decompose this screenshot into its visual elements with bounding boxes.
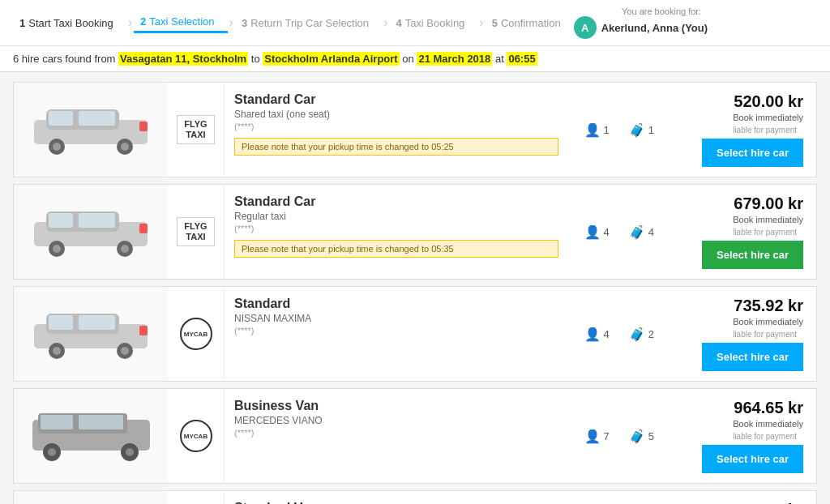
car-stars-2: (****)	[234, 224, 558, 233]
route-to: Stockholm Arlanda Airport	[263, 52, 399, 66]
user-row: A Akerlund, Anna (You)	[574, 16, 708, 39]
person-icon-4: 👤	[584, 429, 601, 444]
user-block: You are booking for: A Akerlund, Anna (Y…	[574, 6, 708, 39]
persons-count-3: 4	[604, 328, 610, 340]
step-2-label: Taxi Selection	[149, 15, 214, 28]
book-actions-4: Book immediately liable for payment Sele…	[702, 417, 803, 473]
you-booking-label: You are booking for:	[622, 6, 701, 16]
car-logo-4: MYCAB	[168, 389, 225, 483]
car-card-1: FLYGTAXI Standard Car Shared taxi (one s…	[13, 82, 817, 177]
step-taxi-booking[interactable]: 4 Taxi Booking	[389, 14, 477, 32]
step-arrow-4: ›	[477, 15, 485, 30]
car-name-2: Standard Car	[234, 194, 558, 209]
route-to-text: to	[251, 53, 263, 65]
car-image-2	[14, 185, 168, 279]
car-name-1: Standard Car	[234, 92, 558, 107]
luggage-count-2: 4	[648, 226, 654, 238]
step-5-label: Confirmation	[501, 17, 561, 29]
car-image-1	[14, 83, 168, 177]
route-time: 06:55	[507, 52, 537, 66]
car-capacity-3: 👤 4 🧳 2	[568, 287, 670, 381]
car-card-3: MYCAB Standard NISSAN MAXIMA (****) 👤 4 …	[13, 286, 817, 382]
steps-bar: 1 Start Taxi Booking › 2 Taxi Selection …	[0, 0, 830, 46]
select-hire-car-button-2[interactable]: Select hire car	[702, 241, 803, 269]
car-info-3: Standard NISSAN MAXIMA (****)	[225, 287, 568, 381]
select-hire-car-button-1[interactable]: Select hire car	[702, 139, 803, 167]
route-bar: 6 hire cars found from Vasagatan 11, Sto…	[0, 46, 830, 72]
svg-rect-34	[79, 415, 123, 429]
persons-count-1: 1	[604, 124, 610, 136]
book-label-4: Book immediately liable for payment	[733, 417, 803, 442]
car-capacity-4: 👤 7 🧳 5	[568, 389, 670, 483]
car-capacity-1: 👤 1 🧳 1	[568, 83, 670, 177]
car-stars-3: (****)	[234, 326, 558, 335]
select-hire-car-button-3[interactable]: Select hire car	[702, 343, 803, 371]
car-logo-box: FLYGTAXI	[177, 217, 214, 246]
car-pricing-4: 964.65 kr Book immediately liable for pa…	[670, 389, 816, 483]
svg-rect-25	[79, 315, 115, 330]
svg-point-31	[48, 448, 56, 456]
route-date: 21 March 2018	[417, 52, 492, 66]
step-1-label: Start Taxi Booking	[28, 17, 113, 29]
book-actions-1: Book immediately liable for payment Sele…	[702, 111, 803, 167]
step-3-num: 3	[242, 17, 247, 29]
book-actions-3: Book immediately liable for payment Sele…	[702, 315, 803, 371]
select-hire-car-button-4[interactable]: Select hire car	[702, 445, 803, 473]
car-notice-1: Please note that your pickup time is cha…	[234, 138, 558, 156]
car-name-4: Business Van	[234, 399, 558, 413]
car-type-2: Regular taxi	[234, 211, 558, 222]
svg-point-14	[121, 245, 129, 253]
car-type-1: Shared taxi (one seat)	[234, 109, 558, 120]
car-price-1: 520.00 kr	[734, 92, 803, 111]
car-price-5: 989.00 kr	[734, 501, 803, 504]
car-type-4: MERCEDES VIANO	[234, 415, 558, 426]
route-on-text: on	[402, 53, 417, 65]
car-image-5	[14, 491, 168, 504]
cap-persons-2: 👤 4	[584, 224, 610, 240]
car-name-3: Standard	[234, 297, 558, 311]
cap-persons-1: 👤 1	[584, 122, 610, 138]
svg-rect-7	[79, 111, 115, 126]
svg-point-4	[53, 143, 61, 151]
car-price-3: 735.92 kr	[734, 297, 803, 315]
car-pricing-5: 989.00 kr Book immediately liable for pa…	[670, 491, 816, 504]
step-4-label: Taxi Booking	[405, 17, 465, 29]
svg-point-32	[126, 448, 134, 456]
persons-count-2: 4	[604, 226, 610, 238]
step-arrow-1: ›	[126, 15, 134, 30]
car-image-3	[14, 287, 168, 381]
step-start[interactable]: 1 Start Taxi Booking	[13, 14, 126, 32]
car-notice-2: Please note that your pickup time is cha…	[234, 240, 558, 258]
car-info-5: Standard Van Large taxi (****) Please no…	[225, 491, 568, 504]
book-label-2: Book immediately liable for payment	[733, 213, 803, 237]
svg-rect-26	[139, 326, 148, 335]
svg-point-5	[121, 143, 129, 151]
book-label-3: Book immediately liable for payment	[733, 315, 803, 340]
car-pricing-2: 679.00 kr Book immediately liable for pa…	[670, 185, 816, 279]
luggage-count-3: 2	[648, 328, 654, 340]
svg-rect-6	[49, 111, 73, 126]
person-icon-1: 👤	[584, 122, 601, 138]
car-card-4: MYCAB Business Van MERCEDES VIANO (****)…	[13, 388, 817, 484]
svg-rect-8	[139, 122, 148, 131]
step-4-num: 4	[396, 17, 401, 29]
car-logo-circle: MYCAB	[180, 420, 212, 452]
step-taxi-selection[interactable]: 2 Taxi Selection	[134, 12, 227, 33]
car-logo-2: FLYGTAXI	[168, 185, 225, 279]
user-name: Akerlund, Anna (You)	[601, 22, 708, 34]
car-logo-3: MYCAB	[168, 287, 225, 381]
svg-point-13	[53, 245, 61, 253]
car-capacity-2: 👤 4 🧳 4	[568, 185, 670, 279]
luggage-icon-2: 🧳	[629, 224, 645, 240]
car-price-4: 964.65 kr	[734, 399, 803, 417]
step-return-trip[interactable]: 3 Return Trip Car Selection	[235, 14, 382, 32]
luggage-icon-3: 🧳	[629, 327, 645, 342]
car-stars-4: (****)	[234, 428, 558, 438]
step-confirmation[interactable]: 5 Confirmation	[486, 14, 574, 32]
svg-rect-24	[49, 315, 73, 330]
car-logo-circle: MYCAB	[180, 318, 212, 350]
cap-persons-4: 👤 7	[584, 429, 610, 444]
cap-luggage-4: 🧳 5	[629, 429, 654, 444]
route-at-text: at	[495, 53, 507, 65]
step-1-num: 1	[19, 17, 25, 29]
